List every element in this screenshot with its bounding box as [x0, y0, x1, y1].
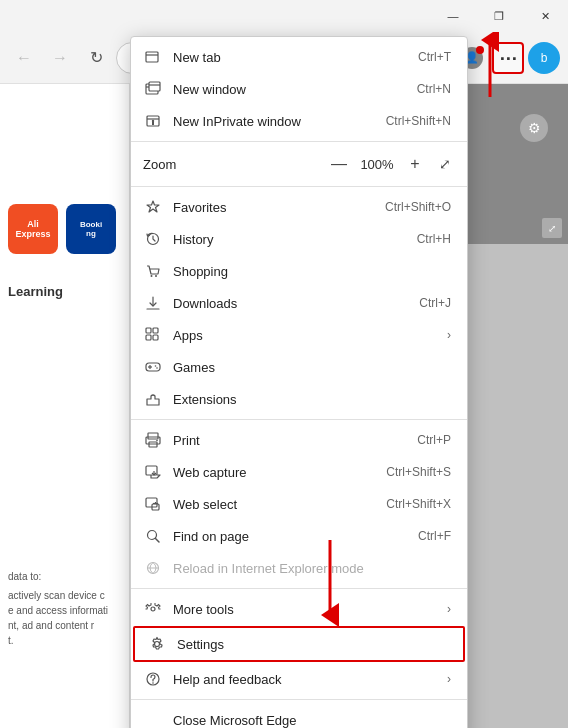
- print-shortcut: Ctrl+P: [417, 433, 451, 447]
- zoom-minus-button[interactable]: —: [327, 152, 351, 176]
- close-button[interactable]: ✕: [522, 0, 568, 32]
- menu-item-ie-mode: Reload in Internet Explorer mode: [131, 552, 467, 584]
- web-capture-label: Web capture: [173, 465, 386, 480]
- favorites-menu-icon: [143, 197, 163, 217]
- svg-point-15: [155, 275, 157, 277]
- history-label: History: [173, 232, 417, 247]
- menu-item-find[interactable]: Find on page Ctrl+F: [131, 520, 467, 552]
- menu-item-close-edge[interactable]: Close Microsoft Edge: [131, 704, 467, 728]
- menu-item-apps[interactable]: Apps ›: [131, 319, 467, 351]
- web-select-icon: [143, 494, 163, 514]
- menu-item-web-select[interactable]: Web select Ctrl+Shift+X: [131, 488, 467, 520]
- favorites-label: Favorites: [173, 200, 385, 215]
- zoom-label: Zoom: [143, 157, 327, 172]
- svg-rect-4: [146, 52, 158, 62]
- web-capture-icon: [143, 462, 163, 482]
- shopping-icon: [143, 261, 163, 281]
- apps-arrow-icon: ›: [447, 328, 451, 342]
- print-label: Print: [173, 433, 417, 448]
- divider-3: [131, 419, 467, 420]
- svg-rect-17: [146, 328, 151, 333]
- apps-label: Apps: [173, 328, 439, 343]
- menu-item-games[interactable]: Games: [131, 351, 467, 383]
- settings-menu-button[interactable]: ⋯: [492, 42, 524, 74]
- divider-5: [131, 699, 467, 700]
- divider-4: [131, 588, 467, 589]
- aliexpress-tile[interactable]: AliExpress: [8, 204, 58, 254]
- learning-label: Learning: [8, 284, 63, 299]
- games-icon: [143, 357, 163, 377]
- svg-point-43: [152, 682, 154, 684]
- menu-item-more-tools[interactable]: More tools ›: [131, 593, 467, 625]
- bing-chat-icon[interactable]: b: [528, 42, 560, 74]
- booking-tile[interactable]: Booking: [66, 204, 116, 254]
- find-shortcut: Ctrl+F: [418, 529, 451, 543]
- games-label: Games: [173, 360, 451, 375]
- overlay-gear-icon[interactable]: ⚙: [520, 114, 548, 142]
- menu-item-downloads[interactable]: Downloads Ctrl+J: [131, 287, 467, 319]
- more-tools-label: More tools: [173, 602, 439, 617]
- zoom-row: Zoom — 100% + ⤢: [131, 146, 467, 182]
- inprivate-label: New InPrivate window: [173, 114, 386, 129]
- apps-icon: [143, 325, 163, 345]
- zoom-expand-button[interactable]: ⤢: [439, 156, 451, 172]
- inprivate-shortcut: Ctrl+Shift+N: [386, 114, 451, 128]
- menu-item-new-window[interactable]: New window Ctrl+N: [131, 73, 467, 105]
- downloads-shortcut: Ctrl+J: [419, 296, 451, 310]
- menu-item-inprivate[interactable]: New InPrivate window Ctrl+Shift+N: [131, 105, 467, 137]
- back-button[interactable]: ←: [8, 42, 40, 74]
- menu-item-extensions[interactable]: Extensions: [131, 383, 467, 415]
- extensions-icon: [143, 389, 163, 409]
- svg-rect-19: [146, 335, 151, 340]
- menu-item-new-tab[interactable]: New tab Ctrl+T: [131, 41, 467, 73]
- menu-item-shopping[interactable]: Shopping: [131, 255, 467, 287]
- svg-line-37: [156, 539, 160, 543]
- svg-rect-8: [149, 82, 160, 91]
- close-edge-icon: [143, 710, 163, 728]
- close-edge-label: Close Microsoft Edge: [173, 713, 451, 728]
- new-window-shortcut: Ctrl+N: [417, 82, 451, 96]
- new-tab-shortcut: Ctrl+T: [418, 50, 451, 64]
- menu-item-print[interactable]: Print Ctrl+P: [131, 424, 467, 456]
- svg-point-41: [155, 642, 160, 647]
- minimize-button[interactable]: —: [430, 0, 476, 32]
- settings-gear-icon: [147, 634, 167, 654]
- refresh-button[interactable]: ↻: [80, 42, 112, 74]
- bottom-text: data to: actively scan device c e and ac…: [8, 569, 125, 648]
- inprivate-icon: [143, 111, 163, 131]
- downloads-label: Downloads: [173, 296, 419, 311]
- find-label: Find on page: [173, 529, 418, 544]
- new-window-label: New window: [173, 82, 417, 97]
- web-capture-shortcut: Ctrl+Shift+S: [386, 465, 451, 479]
- menu-item-history[interactable]: History Ctrl+H: [131, 223, 467, 255]
- forward-button[interactable]: →: [44, 42, 76, 74]
- shopping-label: Shopping: [173, 264, 451, 279]
- svg-point-14: [151, 275, 153, 277]
- menu-item-favorites[interactable]: Favorites Ctrl+Shift+O: [131, 191, 467, 223]
- help-arrow-icon: ›: [447, 672, 451, 686]
- svg-rect-20: [153, 335, 158, 340]
- history-shortcut: Ctrl+H: [417, 232, 451, 246]
- ie-label: Reload in Internet Explorer mode: [173, 561, 451, 576]
- print-icon: [143, 430, 163, 450]
- find-icon: [143, 526, 163, 546]
- left-panel: AliExpress Booking Learning data to: act…: [0, 84, 130, 728]
- more-tools-icon: [143, 599, 163, 619]
- restore-button[interactable]: ❐: [476, 0, 522, 32]
- favorites-shortcut: Ctrl+Shift+O: [385, 200, 451, 214]
- svg-point-40: [151, 607, 155, 611]
- svg-point-29: [156, 440, 158, 442]
- ie-icon: [143, 558, 163, 578]
- menu-item-help[interactable]: Help and feedback ›: [131, 663, 467, 695]
- zoom-controls: — 100% + ⤢: [327, 152, 451, 176]
- zoom-plus-button[interactable]: +: [403, 152, 427, 176]
- overlay-expand-icon[interactable]: ⤢: [542, 218, 562, 238]
- web-select-shortcut: Ctrl+Shift+X: [386, 497, 451, 511]
- menu-item-settings[interactable]: Settings: [133, 626, 465, 662]
- new-tab-label: New tab: [173, 50, 418, 65]
- settings-label: Settings: [177, 637, 447, 652]
- svg-point-25: [156, 367, 158, 369]
- divider-2: [131, 186, 467, 187]
- svg-point-12: [152, 120, 154, 122]
- menu-item-web-capture[interactable]: Web capture Ctrl+Shift+S: [131, 456, 467, 488]
